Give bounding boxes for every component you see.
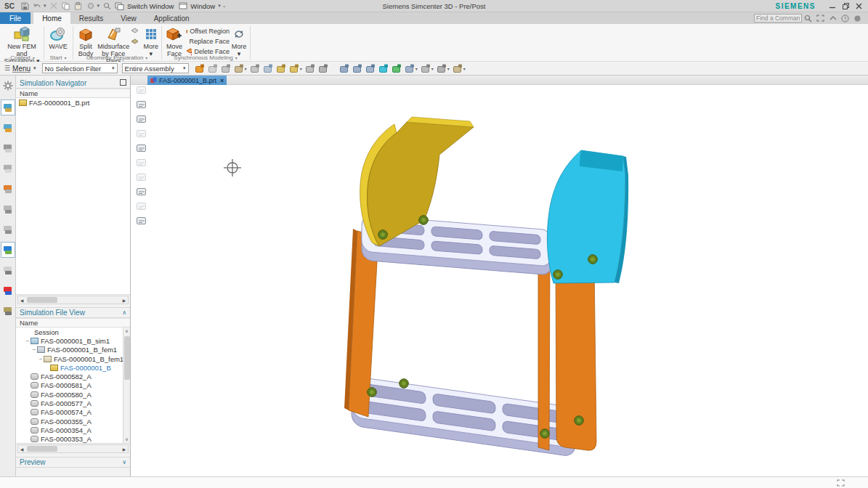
navigator-h-scrollbar[interactable]: ◀ ▶ <box>17 296 129 304</box>
tab-results[interactable]: Results <box>70 12 112 24</box>
tree-item[interactable]: FAS-0000581_A <box>16 381 123 390</box>
file-view-h-scrollbar[interactable]: ◀ ▶ <box>17 444 129 453</box>
selection-scope-combo[interactable]: Entire Assembly▾ <box>122 63 189 73</box>
collapse-chevron-icon[interactable]: ∧ <box>122 309 126 316</box>
model-right-strap[interactable] <box>538 254 550 450</box>
ghost-selection-icon[interactable]: ▾ <box>207 62 219 74</box>
undo-caret-icon[interactable]: ▾ <box>44 3 46 9</box>
search-icon[interactable] <box>803 14 814 23</box>
shaded-display-icon[interactable]: ▾ <box>378 62 389 74</box>
scroll-down-icon[interactable]: ∨ <box>125 436 128 443</box>
scroll-left-icon[interactable]: ◀ <box>18 447 25 452</box>
close-window-icon[interactable] <box>134 83 147 97</box>
copy-icon[interactable] <box>60 1 71 11</box>
model-canvas[interactable] <box>131 85 868 476</box>
model-step-assembly[interactable] <box>344 117 628 457</box>
part-navigator-icon[interactable] <box>1 160 15 176</box>
cut-icon[interactable] <box>48 1 59 11</box>
history-icon[interactable] <box>1 262 15 278</box>
trim-body-icon[interactable] <box>130 36 142 46</box>
scroll-up-icon[interactable]: ∧ <box>125 328 128 335</box>
preview-header[interactable]: Preview ∨ <box>16 457 130 468</box>
navigator-part-row[interactable]: FAS-0000001_B.prt <box>16 98 130 107</box>
scrollbar-thumb[interactable] <box>27 297 57 303</box>
quick-access-overflow-icon[interactable]: ⌄ <box>222 3 227 9</box>
command-finder-icon[interactable] <box>102 1 113 11</box>
display-part-icon[interactable] <box>134 155 147 170</box>
find-command-input[interactable] <box>754 14 802 23</box>
paste-icon[interactable] <box>73 1 84 11</box>
sync-more-button[interactable]: More ▾ <box>230 24 248 57</box>
tree-item[interactable]: FAS-0000001_B <box>16 363 123 372</box>
maximize-window-icon[interactable]: ▾ <box>352 62 363 74</box>
tree-item[interactable]: − FAS-0000001_B_fem1_i <box>16 354 123 363</box>
simulation-navigator-icon[interactable] <box>1 99 15 115</box>
fit-region-icon[interactable]: ▾ <box>404 62 418 74</box>
scrollbar-thumb[interactable] <box>27 446 57 452</box>
fit-view-icon[interactable] <box>134 112 147 126</box>
help-icon[interactable]: ? <box>840 14 851 23</box>
navigator-name-column-header[interactable]: Name <box>16 89 130 98</box>
expand-chevron-icon[interactable]: ∨ <box>122 459 126 465</box>
part-tab[interactable]: FAS-0000001_B.prt × <box>147 76 227 85</box>
process-studio-icon[interactable] <box>1 282 15 298</box>
offset-region-button[interactable]: Offset Region <box>186 26 230 36</box>
wave-button[interactable]: WAVE <box>45 24 71 50</box>
tree-item[interactable]: FAS-0000574_A <box>16 408 123 417</box>
restore-button[interactable] <box>839 1 852 11</box>
xy-function-navigator-icon[interactable] <box>1 140 15 156</box>
fullscreen-toggle-icon[interactable] <box>837 479 845 488</box>
group-label-start[interactable]: Start▾ <box>45 54 71 62</box>
roles-gear-icon[interactable] <box>1 78 15 94</box>
undock-panel-icon[interactable] <box>120 79 126 87</box>
save-icon[interactable] <box>20 1 31 11</box>
window-caret-icon[interactable]: ▾ <box>218 3 221 9</box>
tab-home[interactable]: Home <box>33 12 70 24</box>
deselect-all-icon[interactable]: ▾ <box>249 62 261 74</box>
selection-filter-combo[interactable]: No Selection Filter▾ <box>42 63 118 73</box>
scroll-left-icon[interactable]: ◀ <box>18 298 25 303</box>
fullscreen-icon[interactable] <box>815 14 826 23</box>
add-to-selection-icon[interactable]: ▾ <box>275 62 287 74</box>
highlight-face-icon[interactable]: ▾ <box>194 62 206 74</box>
switch-window-button[interactable]: Switch Window <box>127 2 174 10</box>
close-button[interactable] <box>852 1 865 11</box>
group-label-context[interactable]: Context▾ <box>1 54 44 62</box>
tree-item[interactable]: FAS-0000354_A <box>16 426 123 434</box>
graphics-viewport[interactable]: FAS-0000001_B.prt × <box>131 76 868 476</box>
reuse-library-icon[interactable] <box>1 201 15 217</box>
file-view-v-scrollbar[interactable]: ∧ ∨ <box>123 328 130 443</box>
tab-file[interactable]: File <box>0 12 31 24</box>
tree-item[interactable]: FAS-0000580_A <box>16 390 123 399</box>
tree-item[interactable]: FAS-0000577_A <box>16 399 123 407</box>
manage-icon[interactable] <box>1 303 15 319</box>
scrollbar-thumb[interactable] <box>124 336 130 380</box>
touch-mode-icon[interactable] <box>85 1 96 11</box>
window-menu-button[interactable]: Window <box>190 2 215 10</box>
tab-application[interactable]: Application <box>145 12 198 24</box>
post-processing-navigator-icon[interactable] <box>1 120 15 136</box>
sphere-select-icon[interactable]: ▾ <box>304 62 316 74</box>
web-browser-icon[interactable] <box>1 242 15 258</box>
window-icon[interactable] <box>177 1 188 11</box>
hd3d-tools-icon[interactable] <box>1 221 15 237</box>
minimize-ribbon-icon[interactable] <box>827 14 838 23</box>
close-tab-icon[interactable]: × <box>220 77 224 84</box>
minimize-button[interactable] <box>826 1 839 11</box>
scroll-right-icon[interactable]: ▶ <box>121 447 128 452</box>
restore-window-icon[interactable]: ▾ <box>365 62 376 74</box>
offset-surface-icon[interactable] <box>130 26 142 36</box>
tree-item[interactable]: FAS-0000582_A <box>16 372 123 381</box>
tree-expander-icon[interactable]: − <box>25 338 31 344</box>
tree-item[interactable]: FAS-0000355_A <box>16 417 123 426</box>
touch-caret-icon[interactable]: ▾ <box>97 3 100 9</box>
cylinder-select-icon[interactable]: ▾ <box>317 62 329 74</box>
selection-scope-icon[interactable]: ▾ <box>233 62 248 74</box>
assembly-navigator-icon[interactable] <box>1 181 15 197</box>
tab-view[interactable]: View <box>112 12 145 24</box>
tree-item[interactable]: Session <box>16 328 123 336</box>
replace-face-button[interactable]: Replace Face <box>186 36 230 46</box>
group-label-synchronous-modeling[interactable]: Synchronous Modeling▾ <box>163 54 248 62</box>
undo-icon[interactable] <box>32 1 43 11</box>
render-settings-icon[interactable] <box>134 214 147 228</box>
